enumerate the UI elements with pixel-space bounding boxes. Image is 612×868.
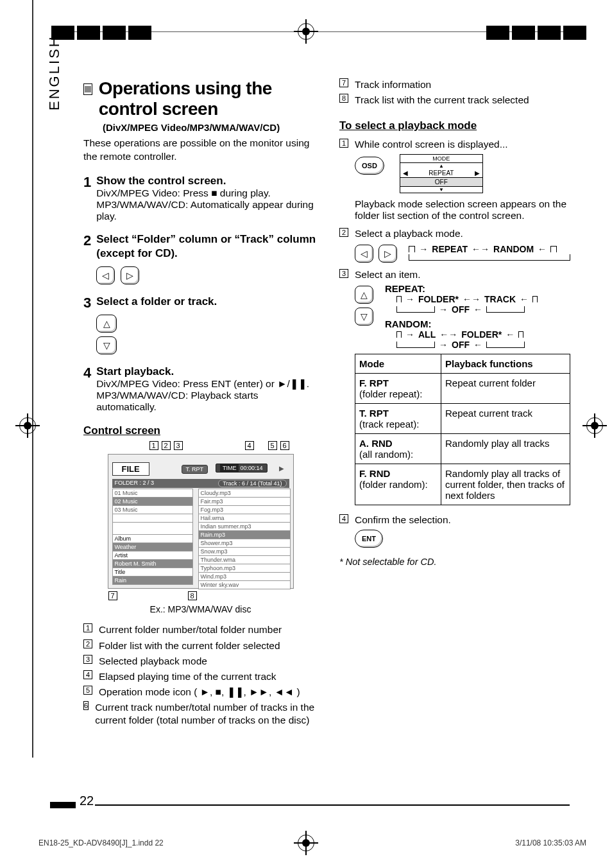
- step-num: 1: [339, 139, 348, 148]
- callout-text: Current folder number/total folder numbe…: [99, 623, 282, 636]
- triangle-up-icon: △: [361, 290, 368, 300]
- cycle-item: OFF: [452, 340, 470, 350]
- callout-num: 1: [83, 623, 92, 632]
- mode-sub: (folder random):: [359, 479, 428, 490]
- control-screen-mock: FILE T. RPT TIME00:00:14 ▶ FOLDER : 2 / …: [108, 454, 294, 589]
- callout-num: 7: [108, 591, 117, 600]
- up-triangle-icon: ▲: [400, 163, 482, 169]
- mode-value: REPEAT: [429, 169, 454, 177]
- mode-selection-box: MODE ▲ ◀REPEAT▶ OFF ▼: [400, 154, 483, 193]
- triangle-left-icon: ◁: [102, 270, 109, 281]
- right-column: 7Track information 8Track list with the …: [339, 78, 570, 729]
- format-caption: (DivX/MPEG Video/MP3/WMA/WAV/CD): [103, 122, 318, 133]
- step-number: 1: [83, 174, 91, 191]
- track-counter: Track : 6 / 14 (Total 41): [218, 480, 286, 487]
- file-tab: FILE: [112, 462, 149, 476]
- control-screen-head: Control screen: [83, 424, 318, 437]
- left-triangle-icon: ◀: [403, 169, 408, 177]
- down-arrow-button[interactable]: ▽: [355, 308, 373, 326]
- list-item: 02 Music: [112, 498, 193, 506]
- folder-counter: FOLDER : 2 / 3: [115, 480, 155, 487]
- top-registration-marks: [51, 24, 586, 41]
- step-line: MP3/WMA/WAV/CD: Playback starts automati…: [96, 390, 318, 413]
- folder-bar: FOLDER : 2 / 3 Track : 6 / 14 (Total 41): [112, 479, 289, 488]
- time-label: TIME: [220, 464, 239, 472]
- list-item: Shower.mp3: [198, 539, 291, 548]
- step-title: Start playback.: [96, 365, 318, 378]
- list-item: Typhoon.mp3: [198, 564, 291, 573]
- callout-num: 8: [188, 591, 197, 600]
- repeat-label: REPEAT: [385, 283, 422, 294]
- list-item: Wind.mp3: [198, 573, 291, 581]
- step-number: 3: [83, 295, 91, 311]
- table-header: Mode: [355, 354, 441, 374]
- list-item: Hail.wma: [198, 514, 291, 523]
- left-arrow-button[interactable]: ◁: [355, 245, 373, 263]
- down-triangle-icon: ▼: [400, 187, 482, 193]
- trackinfo-label: Artist: [112, 551, 193, 560]
- page-number: 22: [80, 794, 94, 808]
- callout-text: Selected playback mode: [99, 655, 207, 668]
- footer-timestamp: 3/11/08 10:35:03 AM: [515, 838, 586, 847]
- step-after-text: Playback mode selection screen appears o…: [355, 198, 570, 221]
- callout-text: Current track number/total number of tra…: [95, 701, 318, 727]
- right-arrow-button[interactable]: ▷: [378, 245, 397, 263]
- track-list: Cloudy.mp3Fair.mp3Fog.mp3Hail.wmaIndian …: [198, 489, 291, 589]
- right-arrow-button[interactable]: ▷: [121, 266, 139, 284]
- intro-text: These operations are possible on the mon…: [83, 137, 318, 164]
- random-label: RANDOM: [385, 318, 429, 329]
- up-arrow-button[interactable]: △: [355, 286, 373, 304]
- folder-list: 01 Music 02 Music 03 Music: [112, 489, 193, 531]
- trackinfo-value: Rain: [112, 577, 193, 585]
- triangle-left-icon: ◁: [361, 248, 368, 259]
- callout-num: 8: [339, 94, 348, 103]
- trackinfo-label: Title: [112, 568, 193, 577]
- mode-name: T. RPT: [359, 408, 389, 419]
- callout-num: 3: [83, 655, 92, 664]
- table-header: Playback functions: [441, 354, 570, 374]
- triangle-down-icon: ▽: [103, 340, 110, 351]
- mode-head: MODE: [400, 155, 482, 163]
- time-indicator: TIME00:00:14: [216, 464, 268, 473]
- mode-name: F. RND: [359, 468, 390, 479]
- step-number: 2: [83, 232, 91, 249]
- page-accent: [50, 802, 76, 808]
- list-item: Snow.mp3: [198, 548, 291, 556]
- trackinfo-label: Album: [112, 535, 193, 543]
- triangle-right-icon: ▷: [126, 270, 133, 281]
- left-column: Operations using the control screen (Div…: [83, 78, 318, 729]
- trackinfo-value: Weather: [112, 543, 193, 551]
- callout-num: 5: [83, 686, 92, 695]
- footer-file: EN18-25_KD-ADV8490[J]_1.indd 22: [38, 838, 164, 847]
- crosshair-icon: [19, 417, 36, 434]
- cycle-item: REPEAT: [432, 244, 468, 254]
- callout-list: 1Current folder number/total folder numb…: [83, 623, 318, 727]
- callout-num: 4: [83, 670, 92, 679]
- callout-num: 3: [174, 441, 183, 450]
- cycle-item: OFF: [452, 304, 470, 315]
- trackinfo-header: Track Information: [112, 526, 193, 535]
- mode-off: OFF: [400, 178, 482, 187]
- down-arrow-button[interactable]: ▽: [96, 336, 117, 354]
- left-arrow-button[interactable]: ◁: [96, 266, 115, 284]
- enter-button[interactable]: ENT: [355, 530, 383, 548]
- mode-sub: (all random):: [359, 449, 413, 460]
- triangle-up-icon: △: [103, 318, 110, 329]
- section-title: Operations using the control screen: [99, 78, 318, 119]
- step-num: 3: [339, 269, 348, 278]
- up-arrow-button[interactable]: △: [96, 315, 117, 333]
- osd-button[interactable]: OSD: [355, 157, 384, 175]
- callout-text: Elapsed playing time of the current trac…: [99, 670, 276, 683]
- list-item: Cloudy.mp3: [198, 489, 291, 498]
- callout-num: 5: [268, 441, 277, 450]
- cycle-item: TRACK: [484, 294, 516, 304]
- callout-num: 4: [245, 441, 254, 450]
- crosshair-icon: [298, 23, 314, 40]
- right-triangle-icon: ▶: [475, 169, 480, 177]
- mode-function: Randomly play all tracks: [441, 434, 570, 464]
- list-item: Fair.mp3: [198, 498, 291, 506]
- footnote: * Not selectable for CD.: [339, 557, 570, 567]
- callout-num: 2: [162, 441, 171, 450]
- page-rule: [95, 804, 570, 806]
- triangle-right-icon: ▷: [384, 248, 391, 259]
